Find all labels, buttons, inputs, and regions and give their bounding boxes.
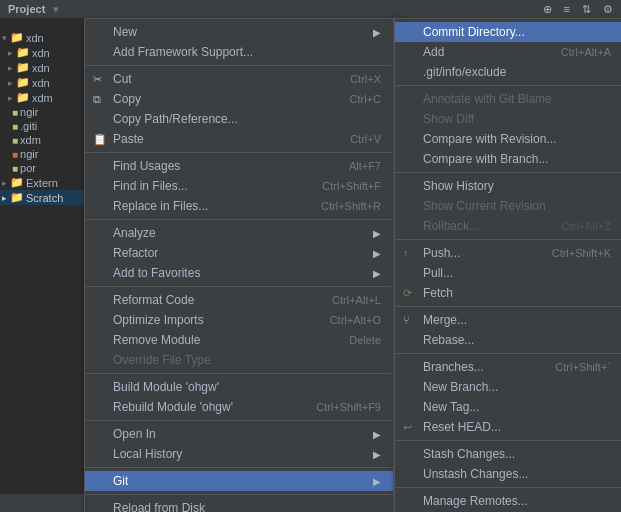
sidebar: ▾ 📁 xdn ▸ 📁 xdn ▸ 📁 xdn ▸ 📁 xdn ▸ 📁 xdm … xyxy=(0,0,90,512)
git-sep7 xyxy=(395,487,621,488)
menu-build-module[interactable]: Build Module 'ohgw' xyxy=(85,377,393,397)
sep8 xyxy=(85,494,393,495)
menu-new[interactable]: New ▶ xyxy=(85,22,393,42)
menu-copy-path[interactable]: Copy Path/Reference... xyxy=(85,109,393,129)
dropdown-icon[interactable]: ▾ xyxy=(53,3,59,16)
menu-copy[interactable]: ⧉ Copy Ctrl+C xyxy=(85,89,393,109)
menu-find-usages[interactable]: Find Usages Alt+F7 xyxy=(85,156,393,176)
git-show-current: Show Current Revision xyxy=(395,196,621,216)
sep6 xyxy=(85,420,393,421)
menu-analyze[interactable]: Analyze ▶ xyxy=(85,223,393,243)
git-new-tag[interactable]: New Tag... xyxy=(395,397,621,417)
sep3 xyxy=(85,219,393,220)
git-rollback: Rollback... Ctrl+Alt+Z xyxy=(395,216,621,236)
menu-rebuild-module[interactable]: Rebuild Module 'ohgw' Ctrl+Shift+F9 xyxy=(85,397,393,417)
menu-optimize[interactable]: Optimize Imports Ctrl+Alt+O xyxy=(85,310,393,330)
tree-item-external[interactable]: ▸ 📁 Extern xyxy=(0,175,89,190)
icon-globe[interactable]: ⊕ xyxy=(543,3,552,16)
git-stash[interactable]: Stash Changes... xyxy=(395,444,621,464)
sep1 xyxy=(85,65,393,66)
tree-item-por[interactable]: ■ por xyxy=(0,161,89,175)
git-submenu: Commit Directory... Add Ctrl+Alt+A .git/… xyxy=(394,18,621,512)
menu-reload-disk[interactable]: Reload from Disk xyxy=(85,498,393,512)
sep5 xyxy=(85,373,393,374)
sep2 xyxy=(85,152,393,153)
tree-item-xdn1[interactable]: ▾ 📁 xdn xyxy=(0,30,89,45)
project-label: Project xyxy=(8,3,45,15)
top-bar: Project ▾ ⊕ ≡ ⇅ ⚙ xyxy=(0,0,621,18)
git-reset-head[interactable]: ↩ Reset HEAD... xyxy=(395,417,621,437)
menu-replace-files[interactable]: Replace in Files... Ctrl+Shift+R xyxy=(85,196,393,216)
menu-reformat[interactable]: Reformat Code Ctrl+Alt+L xyxy=(85,290,393,310)
git-sep6 xyxy=(395,440,621,441)
git-push[interactable]: ↑ Push... Ctrl+Shift+K xyxy=(395,243,621,263)
git-sep2 xyxy=(395,172,621,173)
git-unstash[interactable]: Unstash Changes... xyxy=(395,464,621,484)
tree-item-ngir2[interactable]: ■ ngir xyxy=(0,147,89,161)
git-manage-remotes[interactable]: Manage Remotes... xyxy=(395,491,621,511)
menu-add-framework[interactable]: Add Framework Support... xyxy=(85,42,393,62)
git-compare-revision[interactable]: Compare with Revision... xyxy=(395,129,621,149)
git-fetch[interactable]: ⟳ Fetch xyxy=(395,283,621,303)
git-new-branch[interactable]: New Branch... xyxy=(395,377,621,397)
context-menu: New ▶ Add Framework Support... ✂ Cut Ctr… xyxy=(84,18,394,512)
git-sep3 xyxy=(395,239,621,240)
git-pull[interactable]: Pull... xyxy=(395,263,621,283)
sep7 xyxy=(85,467,393,468)
tree-item-scratch[interactable]: ▸ 📁 Scratch xyxy=(0,190,89,205)
git-sep5 xyxy=(395,353,621,354)
icon-list[interactable]: ≡ xyxy=(564,3,570,15)
tree-item-xdn2[interactable]: ▸ 📁 xdn xyxy=(0,45,89,60)
git-show-history[interactable]: Show History xyxy=(395,176,621,196)
tree-item-xdm[interactable]: ▸ 📁 xdm xyxy=(0,90,89,105)
project-tree: ▾ 📁 xdn ▸ 📁 xdn ▸ 📁 xdn ▸ 📁 xdn ▸ 📁 xdm … xyxy=(0,30,89,205)
menu-override-file: Override File Type xyxy=(85,350,393,370)
icon-list2[interactable]: ⇅ xyxy=(582,3,591,16)
git-exclude[interactable]: .git/info/exclude xyxy=(395,62,621,82)
menu-refactor[interactable]: Refactor ▶ xyxy=(85,243,393,263)
git-sep1 xyxy=(395,85,621,86)
menu-cut[interactable]: ✂ Cut Ctrl+X xyxy=(85,69,393,89)
menu-add-favorites[interactable]: Add to Favorites ▶ xyxy=(85,263,393,283)
tree-item-xdn3[interactable]: ▸ 📁 xdn xyxy=(0,60,89,75)
git-show-diff: Show Diff xyxy=(395,109,621,129)
git-compare-branch[interactable]: Compare with Branch... xyxy=(395,149,621,169)
tree-item-giti[interactable]: ■ .giti xyxy=(0,119,89,133)
git-commit-dir[interactable]: Commit Directory... xyxy=(395,22,621,42)
menu-paste[interactable]: 📋 Paste Ctrl+V xyxy=(85,129,393,149)
tree-item-ngir1[interactable]: ■ ngir xyxy=(0,105,89,119)
git-add[interactable]: Add Ctrl+Alt+A xyxy=(395,42,621,62)
sep4 xyxy=(85,286,393,287)
menu-open-in[interactable]: Open In ▶ xyxy=(85,424,393,444)
menu-git[interactable]: Git ▶ xyxy=(85,471,393,491)
tree-item-xdm2[interactable]: ■ xdm xyxy=(0,133,89,147)
git-merge[interactable]: ⑂ Merge... xyxy=(395,310,621,330)
icon-settings[interactable]: ⚙ xyxy=(603,3,613,16)
git-rebase[interactable]: Rebase... xyxy=(395,330,621,350)
menu-remove-module[interactable]: Remove Module Delete xyxy=(85,330,393,350)
tree-item-xdn4[interactable]: ▸ 📁 xdn xyxy=(0,75,89,90)
git-annotate: Annotate with Git Blame xyxy=(395,89,621,109)
menu-local-history[interactable]: Local History ▶ xyxy=(85,444,393,464)
git-sep4 xyxy=(395,306,621,307)
menu-find-files[interactable]: Find in Files... Ctrl+Shift+F xyxy=(85,176,393,196)
git-branches[interactable]: Branches... Ctrl+Shift+` xyxy=(395,357,621,377)
